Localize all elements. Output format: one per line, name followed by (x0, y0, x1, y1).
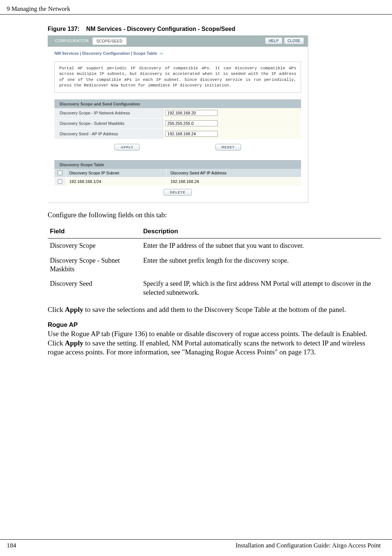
label-ip-network: Discovery Scope - IP Network Address (54, 111, 163, 115)
label-seed-ip: Discovery Seed - AP IP Address (54, 132, 163, 136)
form-row-seed-ip: Discovery Seed - AP IP Address (54, 129, 301, 139)
td-seed-ip: 192.168.168.24 (167, 177, 301, 186)
checkbox-select-all[interactable] (58, 171, 62, 175)
th-seed-ip: Discovery Seed AP IP Address (167, 169, 301, 177)
reset-button[interactable]: RESET (215, 144, 241, 151)
input-seed-ip[interactable] (165, 131, 218, 137)
figure-title: Figure 137:NM Services - Discovery Confi… (48, 26, 381, 32)
table-row: 192.168.168.1/24 192.168.168.24 (54, 177, 301, 186)
input-ip-network[interactable] (165, 110, 218, 116)
figure-caption: NM Services - Discovery Configuration - … (86, 26, 235, 32)
th-description: Description (141, 225, 381, 238)
checkbox-row[interactable] (58, 179, 62, 184)
td-description: Enter the subnet prefix length for the d… (141, 253, 381, 277)
tab-scope-seed[interactable]: SCOPE/SEED (92, 37, 127, 45)
apply-reset-row: APPLY RESET (54, 142, 301, 152)
rogue-ap-paragraph: Use the Rogue AP tab (Figure 136) to ena… (48, 329, 381, 357)
footer-title: Installation and Configuration Guide: Ai… (235, 542, 381, 549)
breadcrumb-text: NM Services | Discovery Configuration | … (54, 51, 157, 56)
help-button[interactable]: HELP (265, 37, 282, 44)
th-scope-subnet: Discovery Scope IP Subnet (66, 169, 167, 177)
breadcrumb-arrows-icon: >> (160, 52, 163, 56)
td-field: Discovery Seed (48, 277, 141, 300)
info-box: Portal AP support periodic IP discovery … (54, 61, 301, 93)
form-row-ip-network: Discovery Scope - IP Network Address (54, 108, 301, 119)
section-scope-table: Discovery Scope Table (54, 160, 301, 169)
input-subnet-maskbits[interactable] (165, 120, 218, 126)
td-description: Specify a seed IP, which is the first ad… (141, 277, 381, 300)
apply-button[interactable]: APPLY (114, 144, 140, 151)
intro-text: Configure the following fields on this t… (48, 211, 381, 220)
breadcrumb: NM Services | Discovery Configuration | … (48, 47, 308, 59)
section-scope-seed-config: Discovery Scope and Seed Configuration (54, 99, 301, 108)
figure-number: Figure 137: (48, 26, 79, 32)
tab-configuration[interactable]: CONFIGURATION (51, 37, 92, 44)
tab-bar: CONFIGURATION SCOPE/SEED HELP CLOSE (48, 35, 308, 47)
table-header-row: Discovery Scope IP Subnet Discovery Seed… (54, 169, 301, 177)
td-scope-subnet: 192.168.168.1/24 (66, 177, 167, 186)
rogue-ap-heading: Rogue AP (48, 321, 381, 329)
header-chapter: 9 Managing the Network (7, 5, 70, 13)
close-button[interactable]: CLOSE (284, 37, 304, 44)
screenshot-panel: CONFIGURATION SCOPE/SEED HELP CLOSE NM S… (48, 35, 309, 203)
label-subnet-maskbits: Discovery Scope - Subnet Maskbits (54, 121, 163, 126)
page-number: 184 (7, 542, 16, 549)
td-description: Enter the IP address of the subnet that … (141, 238, 381, 253)
form-row-subnet-maskbits: Discovery Scope - Subnet Maskbits (54, 119, 301, 129)
delete-button[interactable]: DELETE (164, 189, 192, 196)
td-field: Discovery Scope - Subnet Maskbits (48, 253, 141, 277)
td-field: Discovery Scope (48, 238, 141, 253)
apply-paragraph: Click Apply to save the selections and a… (48, 305, 381, 315)
description-table: Field Description Discovery Scope Enter … (48, 225, 381, 300)
th-field: Field (48, 225, 141, 238)
